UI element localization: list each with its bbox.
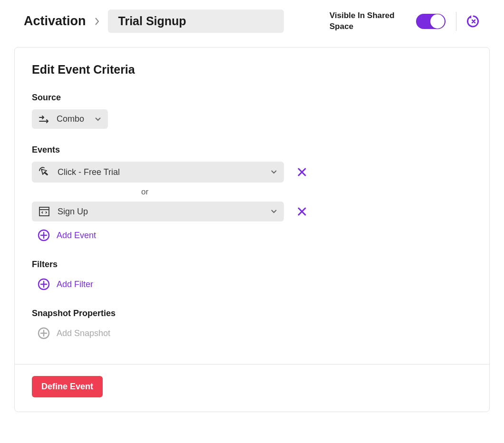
- event-select[interactable]: Click - Free Trial: [32, 162, 284, 183]
- snapshot-label: Snapshot Properties: [32, 308, 472, 318]
- source-value: Combo: [57, 114, 84, 124]
- breadcrumb-current-title[interactable]: Trial Signup: [108, 10, 284, 33]
- plus-circle-icon: [38, 327, 50, 339]
- source-section: Source Combo: [32, 93, 472, 129]
- combo-arrow-icon: [39, 115, 50, 124]
- add-event-label: Add Event: [57, 231, 96, 241]
- add-event-button[interactable]: Add Event: [38, 229, 96, 241]
- cursor-click-icon: [39, 166, 50, 178]
- source-select[interactable]: Combo: [32, 109, 108, 129]
- chevron-right-icon: [95, 17, 99, 26]
- event-row: Sign Up: [32, 202, 472, 222]
- events-section: Events Click - Free Trial: [32, 145, 472, 243]
- event-label: Click - Free Trial: [58, 167, 120, 177]
- reset-icon[interactable]: [467, 15, 480, 28]
- breadcrumb-root[interactable]: Activation: [24, 14, 86, 29]
- event-select[interactable]: Sign Up: [32, 202, 284, 222]
- add-filter-label: Add Filter: [57, 279, 93, 289]
- svg-rect-0: [39, 207, 49, 216]
- breadcrumb: Activation Trial Signup: [24, 10, 330, 33]
- edit-event-card: Edit Event Criteria Source Combo Events: [14, 47, 490, 412]
- event-label: Sign Up: [58, 207, 88, 217]
- add-snapshot-button[interactable]: Add Snapshot: [38, 327, 110, 339]
- visible-toggle[interactable]: [416, 14, 446, 29]
- remove-event-button[interactable]: [297, 167, 307, 177]
- filters-label: Filters: [32, 260, 472, 270]
- add-filter-button[interactable]: Add Filter: [38, 278, 93, 290]
- plus-circle-icon: [38, 278, 50, 290]
- plus-circle-icon: [38, 229, 50, 241]
- code-window-icon: [39, 206, 50, 217]
- chevron-down-icon: [271, 170, 277, 174]
- event-row: Click - Free Trial: [32, 162, 472, 183]
- chevron-down-icon: [95, 117, 101, 122]
- visible-in-shared-space-label: Visible In Shared Space: [330, 10, 406, 31]
- chevron-down-icon: [271, 209, 277, 214]
- add-snapshot-label: Add Snapshot: [57, 328, 110, 338]
- snapshot-section: Snapshot Properties Add Snapshot: [32, 308, 472, 341]
- filters-section: Filters Add Filter: [32, 260, 472, 292]
- source-label: Source: [32, 93, 472, 103]
- divider: [456, 12, 456, 31]
- define-event-button[interactable]: Define Event: [32, 376, 103, 397]
- card-title: Edit Event Criteria: [32, 63, 472, 77]
- remove-event-button[interactable]: [297, 207, 307, 216]
- events-label: Events: [32, 145, 472, 155]
- or-separator: or: [32, 183, 472, 202]
- toggle-knob: [430, 14, 445, 29]
